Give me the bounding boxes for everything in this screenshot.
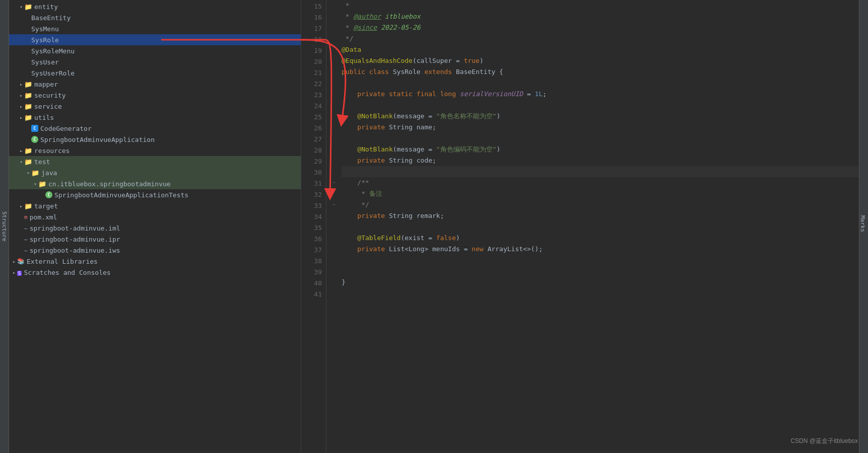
tree-item-ext-libs[interactable]: ▸📚External Libraries — [9, 256, 301, 267]
token: @Data — [342, 46, 361, 53]
tree-label: security — [34, 92, 66, 99]
tree-item-iml-file[interactable]: —springboot-adminvue.iml — [9, 222, 301, 234]
gutter-28 — [326, 144, 337, 155]
expand-arrow[interactable]: ▸ — [11, 269, 17, 275]
gutter-24 — [326, 100, 337, 111]
token: <>() — [523, 245, 539, 253]
code-line-31: /** — [342, 177, 859, 188]
expand-arrow[interactable]: ▾ — [18, 159, 24, 165]
tree-item-code-generator[interactable]: CCodeGenerator — [9, 123, 301, 134]
fold-icon[interactable]: − — [332, 199, 336, 210]
structure-tab-label: Structure — [1, 211, 8, 242]
line-number-30: 30 — [301, 167, 322, 178]
token — [342, 212, 357, 219]
expand-arrow[interactable]: ▸ — [18, 114, 24, 120]
marks-tab[interactable]: Marks — [859, 0, 868, 453]
line-number-36: 36 — [301, 234, 322, 245]
watermark: CSDN @蓝盒子itbluebox — [790, 437, 858, 445]
token: ; — [432, 157, 436, 164]
tree-item-iws-file[interactable]: —springboot-adminvue.iws — [9, 245, 301, 256]
tree-label: test — [34, 158, 50, 166]
tree-item-app-tests[interactable]: CSpringbootAdminvueApplicationTests — [9, 189, 301, 200]
token: 2022-05-26 — [377, 24, 420, 31]
tree-item-entity-group[interactable]: ▾📁entity — [9, 1, 301, 12]
gutter-22 — [326, 78, 337, 89]
token: @NotBlank — [357, 112, 392, 120]
gutter-33: − — [326, 199, 337, 210]
token: private — [357, 123, 389, 131]
expand-arrow[interactable]: ▾ — [25, 170, 31, 176]
code-lines[interactable]: * * @author itbluebox * @since 2022-05-2… — [337, 0, 859, 453]
expand-arrow[interactable]: ▸ — [18, 92, 24, 98]
tree-item-sys-user-role[interactable]: SysUserRole — [9, 67, 301, 79]
line-number-23: 23 — [301, 90, 322, 101]
tree-item-utils[interactable]: ▸📁utils — [9, 112, 301, 123]
token: private — [357, 157, 389, 164]
tree-item-pom-xml[interactable]: mpom.xml — [9, 211, 301, 222]
expand-arrow[interactable]: ▸ — [18, 203, 24, 209]
line-number-37: 37 — [301, 245, 322, 256]
code-line-18: */ — [342, 33, 859, 44]
fold-icon[interactable]: − — [332, 177, 336, 188]
iml-icon: — — [24, 225, 28, 232]
expand-arrow[interactable]: ▸ — [18, 81, 24, 87]
tree-item-springboot-app[interactable]: CSpringbootAdminvueApplication — [9, 134, 301, 145]
tree-item-security[interactable]: ▸📁security — [9, 90, 301, 101]
token: @EqualsAndHashCode — [342, 57, 413, 64]
tree-item-target[interactable]: ▸📁target — [9, 200, 301, 211]
tree-item-test[interactable]: ▾📁test — [9, 156, 301, 167]
token: /** — [342, 179, 369, 186]
expand-arrow[interactable]: ▸ — [11, 258, 17, 264]
token: String — [389, 123, 417, 131]
line-number-18: 18 — [301, 34, 322, 45]
tree-item-resources[interactable]: ▸📁resources — [9, 145, 301, 156]
tree-label: cn.itbluebox.springbootadminvue — [48, 180, 171, 188]
lib-icon: 📚 — [17, 258, 25, 265]
token: String — [389, 157, 417, 164]
expand-arrow[interactable]: ▸ — [18, 103, 24, 109]
code-line-37: private List<Long> menuIds = new ArrayLi… — [342, 244, 859, 255]
tree-item-ipr-file[interactable]: —springboot-adminvue.ipr — [9, 234, 301, 245]
folder-icon: 📁 — [24, 114, 32, 121]
line-number-15: 15 — [301, 1, 322, 12]
token: long — [440, 90, 460, 98]
token: > menuIds = — [424, 245, 472, 253]
folder-icon: 📁 — [24, 81, 32, 88]
token: SysRole — [393, 68, 425, 76]
token: (exist = — [400, 234, 436, 242]
tree-item-base-entity[interactable]: BaseEntity — [9, 12, 301, 23]
line-number-25: 25 — [301, 112, 322, 123]
tree-item-mapper[interactable]: ▸📁mapper — [9, 79, 301, 90]
tree-label: SpringbootAdminvueApplicationTests — [54, 191, 188, 199]
tree-label: Scratches and Consoles — [24, 269, 110, 276]
tree-item-java[interactable]: ▾📁java — [9, 167, 301, 178]
tree-item-service[interactable]: ▸📁service — [9, 101, 301, 112]
tree-item-cn-package[interactable]: ▾📁cn.itbluebox.springbootadminvue — [9, 178, 301, 189]
line-number-22: 22 — [301, 79, 322, 90]
token — [342, 90, 357, 98]
line-numbers: 1516171819202122232425262728293031323334… — [301, 0, 326, 453]
code-line-35 — [342, 221, 859, 233]
token: = — [523, 90, 535, 98]
tree-item-sys-role-menu[interactable]: SysRoleMenu — [9, 45, 301, 56]
expand-arrow[interactable]: ▾ — [32, 181, 38, 187]
tree-item-sys-role[interactable]: SysRole — [9, 34, 301, 45]
expand-arrow[interactable]: ▸ — [18, 147, 24, 154]
structure-tab[interactable]: Structure — [0, 0, 9, 453]
expand-arrow[interactable]: ▾ — [18, 4, 24, 10]
token: * — [342, 13, 353, 20]
ipr-icon: — — [24, 236, 28, 243]
code-line-34: private String remark; — [342, 210, 859, 221]
token: ) — [456, 234, 460, 242]
code-line-21: public class SysRole extends BaseEntity … — [342, 66, 859, 78]
gutter-35 — [326, 221, 337, 233]
code-line-24 — [342, 100, 859, 111]
token — [342, 145, 357, 153]
token: */ — [342, 35, 353, 42]
iws-icon: — — [24, 247, 28, 254]
gutter-15 — [326, 0, 337, 11]
tree-item-scratches[interactable]: ▸SScratches and Consoles — [9, 267, 301, 278]
tree-item-sys-menu[interactable]: SysMenu — [9, 23, 301, 34]
code-line-15: * — [342, 0, 859, 11]
tree-item-sys-user[interactable]: SysUser — [9, 56, 301, 67]
